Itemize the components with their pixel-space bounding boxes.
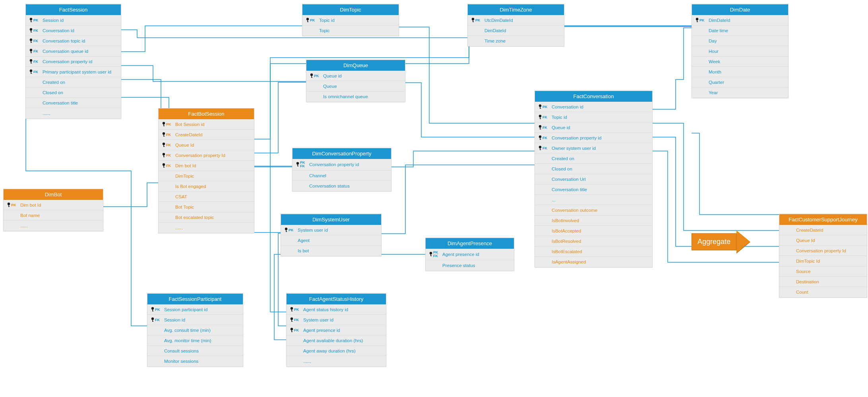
key-indicator: PK [151,307,162,312]
entity-field-row: Bot Topic [159,202,254,212]
svg-rect-26 [163,136,165,136]
field-label: DimTopic [175,174,252,178]
entity-field-row: PKBot Session id [159,119,254,130]
entity-field-row: FKPrimary participant system user id [26,67,121,77]
entity-dimtopic: DimTopic PKTopic idTopic [302,4,399,36]
svg-rect-65 [473,21,474,22]
entity-field-row: FKSession id [147,315,243,325]
svg-rect-17 [31,73,32,74]
field-label: CreateDateId [796,228,864,232]
field-label: Count [796,290,864,294]
svg-point-84 [696,17,698,20]
field-label: Destination [796,279,864,284]
entity-header: FactSession [26,4,121,15]
entity-field-row: DimTopic Id [779,256,867,266]
entity-field-row: FKDim bot Id [159,161,254,171]
entity-field-row: Bot name [4,210,103,221]
svg-rect-5 [31,32,32,32]
key-indicator: FK [290,317,301,323]
entity-rows: PKQueue idQueueIs omnichannel queue [306,71,405,102]
field-label: Is bot [298,248,379,253]
entity-field-row: Created on [535,153,652,164]
entity-factcustomersupportjourney: FactCustomerSupportJourney CreateDateIdQ… [779,214,867,298]
key-indicator: FK [29,59,40,64]
svg-rect-71 [540,108,541,108]
entity-field-row: FKConversation property Id [159,150,254,161]
field-label: Conversation queue id [43,49,118,54]
entity-field-row: Is bot [281,246,381,256]
key-indicator: FK [538,114,549,120]
entity-field-row: Week [692,56,788,67]
entity-field-row: Avg. monitor time (min) [147,335,243,346]
entity-dimqueue: DimQueue PKQueue idQueueIs omnichannel q… [306,60,405,102]
svg-rect-83 [540,149,541,150]
key-indicator: FK [162,132,173,137]
field-label: Topic [319,28,396,33]
entity-dimagentpresence: DimAgentPresence PKFKAgent presence idPr… [425,238,514,271]
entity-rows: PKConversation idFKTopic idFKQueue idFKC… [535,102,652,267]
field-label: DimDateId [709,18,786,23]
field-label: Closed on [552,167,650,171]
entity-header: DimSystemUser [281,214,381,225]
svg-rect-23 [163,126,165,126]
field-label: Agent away duration (hrs) [303,349,384,353]
entity-field-row: ...... [287,356,386,366]
entity-field-row: PKFKAgent presence id [426,249,514,260]
key-indicator: FK [162,142,173,148]
entity-header: FactConversation [535,91,652,102]
field-label: Month [709,70,786,74]
key-indicator: PK [306,17,317,23]
key-indicator: FK [29,28,40,33]
entity-field-row: Conversation Url [535,174,652,184]
key-indicator: FK [162,153,173,158]
svg-rect-86 [697,21,698,22]
field-label: Primary participant system user id [43,70,118,74]
key-indicator: PK [290,307,301,312]
svg-point-42 [306,17,309,20]
entity-rows: PKFKAgent presence idPresence status [426,249,514,271]
field-label: Week [709,59,786,64]
entity-field-row: IsAgentAssigned [535,257,652,267]
entity-field-row: FKQueue id [535,122,652,133]
key-indicator: PK [284,227,295,233]
key-indicator: PK [162,122,173,127]
field-label: DimDateId [484,28,562,33]
svg-point-21 [163,122,165,124]
field-label: Conversation property Id [175,153,252,158]
field-label: Queue id [552,125,650,130]
svg-rect-2 [31,21,32,22]
svg-rect-56 [291,311,293,311]
entity-field-row: Presence status [426,260,514,271]
field-label: Created on [43,80,118,85]
key-indicator: FK [538,125,549,130]
entity-rows: PKAgent status history idFKSystem user i… [287,304,386,366]
entity-rows: PKSession idFKConversation idFKConversat… [26,15,121,118]
entity-field-row: FKConversation id [26,25,121,36]
svg-rect-50 [297,166,298,166]
svg-rect-35 [163,167,165,167]
key-indicator: PK [7,202,18,208]
entity-rows: PKBot Session idFKCreateDateIdFKQueue Id… [159,119,254,233]
svg-rect-38 [152,311,153,311]
entity-field-row: FKOwner system user id [535,143,652,153]
entity-dimbot: DimBot PKDim bot IdBot name...... [3,189,103,231]
entity-field-row: ...... [159,223,254,233]
field-label: Conversation Url [552,177,650,182]
entity-field-row: Closed on [26,87,121,98]
entity-field-row: PKSession participant id [147,304,243,315]
field-label: DimTopic Id [796,259,864,263]
key-indicator: FK [538,145,549,151]
field-label: Bot escalated topic [175,215,252,220]
entity-header: DimDate [692,4,788,15]
entity-rows: PKSystem user idAgentIs bot [281,225,381,256]
entity-rows: PKDim bot IdBot name...... [4,200,103,231]
field-label: Avg. consult time (min) [164,328,240,333]
entity-header: DimTimeZone [468,4,564,15]
svg-point-66 [430,252,432,254]
svg-point-30 [163,153,165,155]
field-label: Owner system user id [552,146,650,151]
svg-point-75 [539,125,541,127]
entity-header: DimQueue [306,60,405,71]
entity-field-row: DimTopic [159,171,254,181]
entity-header: FactAgentStatusHistory [287,294,386,304]
